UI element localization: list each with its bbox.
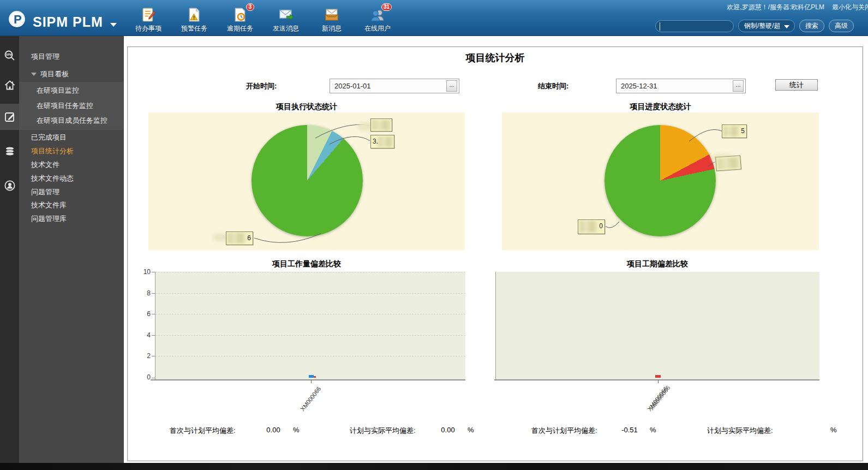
welcome-text: 欢迎,罗源慧！/服务器:欧科亿PLM	[727, 3, 824, 11]
sidebar-item-technical-documents[interactable]: 技术文件	[19, 158, 124, 171]
pie1-title: 项目执行状态统计	[148, 102, 465, 112]
sidebar-item-active-project-task-monitor[interactable]: 在研项目任务监控	[19, 99, 124, 112]
duration-deviation-plot	[495, 272, 819, 379]
ytick: 10	[140, 268, 151, 276]
ytick: 6	[140, 310, 151, 318]
redacted-label	[228, 233, 245, 243]
pie1-callout-2: 3.	[370, 135, 394, 148]
pie2-callout-1: 5	[722, 124, 747, 138]
toolbar-item-new-message[interactable]: 新消息	[309, 7, 355, 35]
taskbar-strip	[0, 463, 868, 470]
execution-pie-panel: 3. 6	[148, 112, 465, 250]
pie2-title: 项目进度状态统计	[502, 102, 819, 112]
sipm-search-icon[interactable]: SIPM	[0, 45, 19, 67]
x-axis	[151, 379, 465, 380]
chevron-down-icon	[784, 25, 789, 28]
bar2-title: 项目工期偏差比较	[495, 259, 819, 269]
text-caret	[660, 22, 660, 31]
ytick: 2	[140, 352, 151, 360]
expanded-caret-icon	[31, 73, 37, 76]
ytick: 0	[140, 373, 151, 381]
online-users-badge: 31	[381, 3, 392, 11]
ytick: 4	[140, 331, 151, 339]
ytick: 8	[140, 289, 151, 297]
statistics-button[interactable]: 统计	[775, 79, 818, 91]
new-message-icon	[323, 7, 340, 23]
sidebar-item-technical-document-library[interactable]: 技术文件库	[19, 199, 124, 212]
warning-task-icon	[185, 7, 203, 23]
start-date-picker-button[interactable]: ...	[446, 80, 457, 92]
sidebar-item-active-project-member-task-monitor[interactable]: 在研项目成员任务监控	[19, 114, 124, 127]
sidebar-item-active-project-monitor[interactable]: 在研项目监控	[19, 84, 124, 97]
svg-text:SIPM: SIPM	[5, 53, 11, 56]
toolbar-item-online-users[interactable]: 31 在线用户	[355, 7, 400, 35]
welcome-bar: 欢迎,罗源慧！/服务器:欧科亿PLM最小化与关闭	[727, 3, 868, 12]
left-plan-vs-actual-value: 0.00	[432, 426, 464, 434]
app-menu-caret-icon[interactable]	[110, 23, 117, 27]
send-message-icon	[277, 7, 295, 23]
app-title: SIPM PLM	[33, 14, 103, 30]
support-headset-icon[interactable]	[0, 175, 19, 197]
database-icon[interactable]	[0, 141, 19, 163]
sidebar-item-completed-projects[interactable]: 已完成项目	[19, 131, 124, 144]
right-first-vs-plan-value: -0.51	[613, 426, 646, 434]
search-button[interactable]: 搜索	[799, 20, 824, 32]
search-row: 钢制/整硬/超 搜索 高级	[655, 20, 854, 32]
page-title: 项目统计分析	[128, 51, 863, 64]
x-tick	[658, 380, 659, 383]
left-first-vs-plan-value: 0.00	[257, 426, 290, 434]
redacted-label	[717, 157, 739, 170]
top-header: P SIPM PLM 待办事项 预警任务 3 逾期任务 发送消息	[0, 0, 868, 36]
pie2-callout-3: 0	[578, 219, 605, 234]
header-toolbar: 待办事项 预警任务 3 逾期任务 发送消息 新消息	[125, 7, 400, 35]
red-deviation-bar[interactable]	[314, 376, 316, 378]
right-first-vs-plan-label: 首次与计划平均偏差:	[531, 426, 597, 436]
x-tick	[311, 380, 312, 383]
workload-deviation-plot	[155, 272, 465, 379]
start-time-label: 开始时间:	[246, 81, 277, 91]
sidebar-item-project-statistics[interactable]: 项目统计分析	[19, 145, 124, 158]
percent-sign: %	[293, 426, 300, 434]
overdue-badge: 3	[246, 3, 254, 11]
end-time-label: 结束时间:	[538, 81, 568, 91]
toolbar-item-overdue-tasks[interactable]: 3 逾期任务	[217, 7, 263, 35]
start-date-input[interactable]: 2025-01-01 ...	[330, 79, 459, 93]
blue-deviation-bar[interactable]	[309, 375, 314, 378]
redacted-label	[579, 221, 597, 233]
search-category-dropdown[interactable]: 钢制/整硬/超	[738, 20, 795, 32]
toolbar-item-warning-tasks[interactable]: 预警任务	[171, 7, 217, 35]
home-icon[interactable]	[0, 74, 19, 96]
sidebar-item-technical-document-updates[interactable]: 技术文件动态	[19, 172, 124, 185]
toolbar-item-todo[interactable]: 待办事项	[125, 7, 171, 35]
sipm-logo: P	[9, 11, 25, 27]
progress-status-pie[interactable]	[604, 125, 716, 236]
window-controls[interactable]: 最小化与关闭	[832, 3, 868, 11]
right-plan-vs-actual-label: 计划与实际平均偏差:	[707, 426, 773, 436]
end-date-input[interactable]: 2025-12-31 ...	[616, 79, 746, 93]
sidebar-item-issue-management[interactable]: 问题管理	[19, 186, 124, 199]
red-duration-bar[interactable]	[655, 375, 661, 378]
pie1-callout-3: 6	[226, 231, 253, 245]
sidebar-item-issue-library[interactable]: 问题管理库	[19, 212, 124, 225]
left-first-vs-plan-label: 首次与计划平均偏差:	[170, 426, 236, 436]
search-input[interactable]	[655, 20, 734, 32]
main-content-panel: 项目统计分析 开始时间: 2025-01-01 ... 结束时间: 2025-1…	[127, 46, 863, 461]
percent-sign: %	[650, 426, 656, 434]
sidebar-item-project-management[interactable]: 项目管理	[19, 50, 124, 63]
left-plan-vs-actual-label: 计划与实际平均偏差:	[350, 426, 416, 436]
sidebar-item-project-kanban[interactable]: 项目看板	[19, 68, 124, 81]
progress-pie-panel: 5 0	[502, 112, 819, 250]
sidebar-menu: 项目管理 项目看板 在研项目监控 在研项目任务监控 在研项目成员任务监控 已完成…	[19, 36, 124, 463]
bar1-title: 项目工作量偏差比较	[148, 259, 465, 269]
percent-sign: %	[830, 426, 837, 434]
redacted-label	[378, 136, 393, 147]
execution-status-pie[interactable]	[252, 125, 363, 236]
bar1-x-label: XM000066	[285, 385, 324, 431]
toolbar-item-send-message[interactable]: 发送消息	[263, 7, 309, 35]
redacted-label	[372, 120, 391, 130]
end-date-picker-button[interactable]: ...	[733, 80, 744, 92]
todo-icon	[140, 7, 157, 23]
edit-icon[interactable]	[0, 106, 19, 128]
advanced-button[interactable]: 高级	[829, 20, 854, 32]
pie1-callout-1	[370, 118, 392, 132]
